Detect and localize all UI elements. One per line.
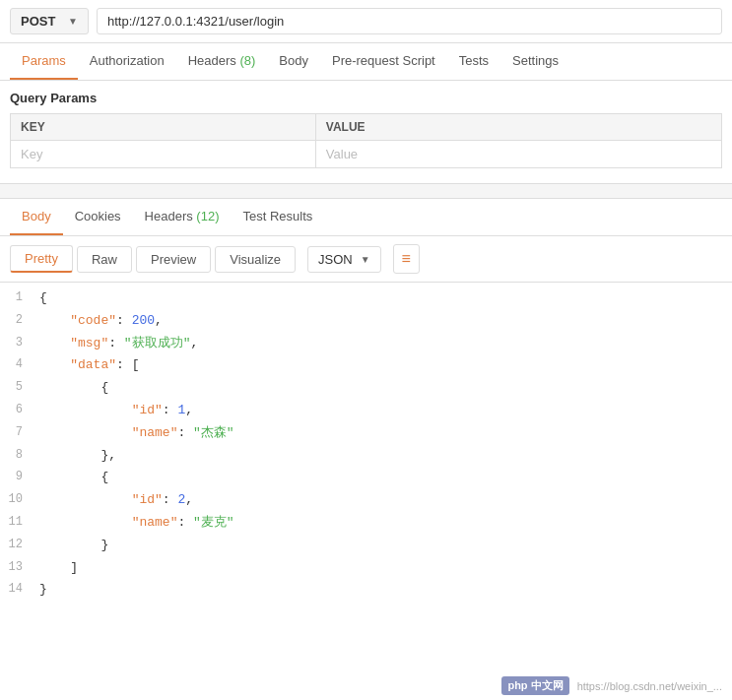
line-content-3: "msg": "获取成功", <box>34 334 732 354</box>
res-tab-headers-badge: (12) <box>196 209 219 223</box>
line-num-9: 9 <box>0 468 34 486</box>
res-tab-testresults-label: Test Results <box>242 209 312 223</box>
fmt-btn-raw[interactable]: Raw <box>77 246 132 273</box>
res-tab-body[interactable]: Body <box>10 199 63 235</box>
format-type-select[interactable]: JSON ▼ <box>307 246 381 273</box>
line-content-14: } <box>34 580 732 601</box>
params-key-header: KEY <box>11 114 316 141</box>
res-tab-cookies-label: Cookies <box>75 209 121 223</box>
tab-settings[interactable]: Settings <box>500 43 570 80</box>
line-num-2: 2 <box>0 311 34 330</box>
line-num-14: 14 <box>0 580 34 599</box>
tab-headers-badge: (8) <box>239 53 255 68</box>
format-bar: Pretty Raw Preview Visualize JSON ▼ ≡ <box>0 236 732 283</box>
tab-headers-label: Headers <box>188 53 240 68</box>
json-line-8: 8 }, <box>0 445 732 468</box>
query-params-section: Query Params KEY VALUE Key Value <box>0 81 732 173</box>
line-num-6: 6 <box>0 401 34 419</box>
params-value-header: VALUE <box>315 114 721 141</box>
line-content-5: { <box>34 378 732 399</box>
watermark-url: https://blog.csdn.net/weixin_... <box>577 680 722 692</box>
method-label: POST <box>21 14 55 29</box>
tab-authorization-label: Authorization <box>90 53 165 68</box>
tab-tests[interactable]: Tests <box>447 43 500 80</box>
json-line-2: 2 "code": 200, <box>0 310 732 333</box>
line-content-1: { <box>34 288 732 309</box>
line-content-7: "name": "杰森" <box>34 423 732 444</box>
line-num-3: 3 <box>0 334 34 352</box>
line-content-2: "code": 200, <box>34 311 732 332</box>
main-container: POST ▼ Params Authorization Headers (8) … <box>0 0 732 700</box>
line-content-6: "id": 1, <box>34 401 732 421</box>
line-content-4: "data": [ <box>34 355 732 376</box>
json-line-6: 6 "id": 1, <box>0 400 732 422</box>
res-tab-headers-label: Headers <box>145 209 197 223</box>
tab-params-label: Params <box>22 53 66 68</box>
line-num-12: 12 <box>0 536 34 554</box>
params-table: KEY VALUE Key Value <box>10 113 722 168</box>
line-content-13: ] <box>34 558 732 579</box>
line-num-10: 10 <box>0 490 34 509</box>
line-content-12: } <box>34 536 732 556</box>
tab-body[interactable]: Body <box>267 43 320 80</box>
json-line-7: 7 "name": "杰森" <box>0 422 732 445</box>
php-badge: php 中文网 <box>501 676 568 695</box>
params-header-row: KEY VALUE <box>11 114 722 141</box>
query-params-title: Query Params <box>10 91 722 105</box>
url-input[interactable] <box>97 8 722 34</box>
response-tabs: Body Cookies Headers (12) Test Results <box>0 199 732 236</box>
json-line-12: 12 } <box>0 535 732 557</box>
section-divider <box>0 183 732 199</box>
line-content-9: { <box>34 468 732 488</box>
json-line-9: 9 { <box>0 467 732 489</box>
line-num-8: 8 <box>0 446 34 465</box>
tab-tests-label: Tests <box>459 53 489 68</box>
json-line-1: 1 { <box>0 287 732 310</box>
method-arrow-icon: ▼ <box>68 16 78 27</box>
json-line-3: 3 "msg": "获取成功", <box>0 333 732 355</box>
line-content-8: }, <box>34 446 732 467</box>
res-tab-headers[interactable]: Headers (12) <box>133 199 232 235</box>
params-key-cell[interactable]: Key <box>11 141 316 168</box>
wrap-icon[interactable]: ≡ <box>393 244 420 274</box>
fmt-btn-preview[interactable]: Preview <box>136 246 211 273</box>
request-tabs: Params Authorization Headers (8) Body Pr… <box>0 43 732 81</box>
tab-body-label: Body <box>279 53 308 68</box>
json-line-5: 5 { <box>0 377 732 400</box>
tab-authorization[interactable]: Authorization <box>78 43 176 80</box>
json-line-14: 14 } <box>0 579 732 602</box>
line-content-10: "id": 2, <box>34 490 732 511</box>
format-type-arrow-icon: ▼ <box>361 254 370 265</box>
json-line-13: 13 ] <box>0 557 732 580</box>
method-selector[interactable]: POST ▼ <box>10 8 89 34</box>
fmt-btn-visualize[interactable]: Visualize <box>215 246 296 273</box>
format-type-label: JSON <box>318 252 353 267</box>
tab-prerequest[interactable]: Pre-request Script <box>320 43 447 80</box>
tab-prerequest-label: Pre-request Script <box>332 53 435 68</box>
line-num-11: 11 <box>0 513 34 532</box>
tab-params[interactable]: Params <box>10 43 78 80</box>
fmt-btn-pretty[interactable]: Pretty <box>10 245 73 273</box>
line-num-7: 7 <box>0 423 34 442</box>
res-tab-cookies[interactable]: Cookies <box>63 199 133 235</box>
json-line-4: 4 "data": [ <box>0 354 732 377</box>
params-value-cell[interactable]: Value <box>315 141 721 168</box>
line-num-4: 4 <box>0 355 34 374</box>
params-empty-row: Key Value <box>11 141 722 168</box>
line-num-13: 13 <box>0 558 34 577</box>
res-tab-body-label: Body <box>22 209 51 223</box>
tab-headers[interactable]: Headers (8) <box>176 43 268 80</box>
url-bar: POST ▼ <box>0 0 732 43</box>
json-line-10: 10 "id": 2, <box>0 489 732 512</box>
line-num-5: 5 <box>0 378 34 397</box>
line-content-11: "name": "麦克" <box>34 513 732 534</box>
watermark: php 中文网 https://blog.csdn.net/weixin_... <box>501 676 722 695</box>
res-tab-testresults[interactable]: Test Results <box>231 199 324 235</box>
tab-settings-label: Settings <box>512 53 559 68</box>
json-line-11: 11 "name": "麦克" <box>0 512 732 535</box>
line-num-1: 1 <box>0 288 34 307</box>
json-viewer: 1 { 2 "code": 200, 3 "msg": "获取成功", 4 "d… <box>0 283 732 606</box>
